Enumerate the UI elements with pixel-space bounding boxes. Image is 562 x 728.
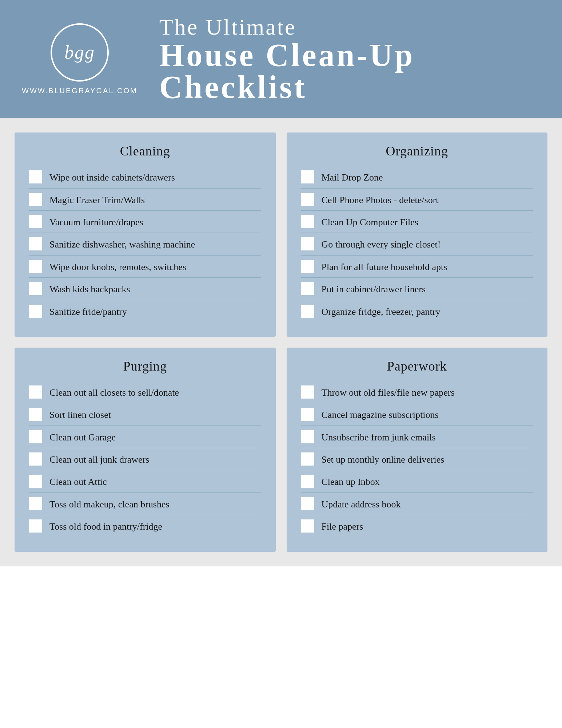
checklist-item: Clean out Attic — [29, 474, 261, 492]
section-title-cleaning: Cleaning — [29, 143, 261, 159]
checkbox[interactable] — [29, 282, 42, 295]
item-text: Clean Up Computer Files — [322, 214, 418, 229]
item-text: Cell Phone Photos - delete/sort — [322, 192, 439, 207]
header: bgg WWW.BLUEGRAYGAL.COM The Ultimate Hou… — [0, 0, 562, 118]
checkbox[interactable] — [301, 519, 314, 533]
item-text: Organize fridge, freezer, pantry — [322, 304, 441, 318]
checkbox[interactable] — [301, 385, 314, 399]
checkbox[interactable] — [301, 475, 314, 488]
checklist-item: Update address book — [301, 496, 533, 515]
logo-area: bgg WWW.BLUEGRAYGAL.COM — [22, 23, 137, 95]
item-text: Clean up Inbox — [322, 474, 380, 488]
header-title: The Ultimate House Clean-Up Checklist — [159, 15, 415, 103]
title-line2: House Clean-Up — [159, 39, 415, 71]
section-card-cleaning: CleaningWipe out inside cabinets/drawers… — [15, 132, 276, 337]
section-card-paperwork: PaperworkThrow out old files/file new pa… — [287, 348, 548, 552]
item-text: Set up monthly online deliveries — [322, 452, 445, 466]
checkbox[interactable] — [301, 170, 314, 183]
checkbox[interactable] — [301, 408, 314, 421]
section-card-purging: PurgingClean out all closets to sell/don… — [15, 348, 276, 552]
checklist-item: Wipe out inside cabinets/drawers — [29, 170, 261, 188]
checklist-item: Toss old makeup, clean brushes — [29, 496, 261, 515]
checklist-item: Set up monthly online deliveries — [301, 452, 533, 470]
checklist-item: Magic Eraser Trim/Walls — [29, 192, 261, 211]
checklist-item: Cell Phone Photos - delete/sort — [301, 192, 533, 211]
checkbox[interactable] — [29, 215, 42, 228]
checkbox[interactable] — [301, 193, 314, 206]
title-line3: Checklist — [159, 71, 415, 103]
checklist-item: Clean up Inbox — [301, 474, 533, 492]
checkbox[interactable] — [29, 385, 42, 399]
checklist-item: Mail Drop Zone — [301, 170, 533, 188]
checklist-item: Unsubscribe from junk emails — [301, 430, 533, 448]
checklist-item: File papers — [301, 519, 533, 537]
item-text: Throw out old files/file new papers — [322, 385, 455, 399]
checkbox[interactable] — [29, 260, 42, 273]
checkbox[interactable] — [29, 430, 42, 443]
checkbox[interactable] — [29, 497, 42, 510]
checkbox[interactable] — [301, 237, 314, 250]
item-text: Wipe door knobs, remotes, switches — [49, 259, 186, 274]
item-text: Clean out all junk drawers — [49, 452, 149, 466]
checkbox[interactable] — [301, 282, 314, 295]
item-text: Sort linen closet — [49, 407, 111, 422]
item-text: Sanitize dishwasher, washing machine — [49, 237, 195, 251]
item-text: Vacuum furniture/drapes — [49, 214, 143, 229]
item-text: Mail Drop Zone — [322, 170, 383, 184]
checklist-item: Plan for all future household apts — [301, 259, 533, 278]
item-text: Unsubscribe from junk emails — [322, 430, 436, 444]
main-content: CleaningWipe out inside cabinets/drawers… — [0, 118, 562, 566]
item-text: Update address book — [322, 496, 401, 511]
item-text: Toss old makeup, clean brushes — [49, 496, 170, 511]
item-text: Wipe out inside cabinets/drawers — [49, 170, 175, 184]
checkbox[interactable] — [29, 519, 42, 533]
checklist-item: Sanitize dishwasher, washing machine — [29, 237, 261, 255]
checklist-item: Organize fridge, freezer, pantry — [301, 304, 533, 322]
logo-text: bgg — [64, 43, 95, 62]
checklist-item: Clean Up Computer Files — [301, 214, 533, 233]
logo-url: WWW.BLUEGRAYGAL.COM — [22, 87, 137, 95]
section-card-organizing: OrganizingMail Drop ZoneCell Phone Photo… — [287, 132, 548, 337]
item-text: Clean out Garage — [49, 430, 116, 444]
item-text: Clean out all closets to sell/donate — [49, 385, 179, 399]
checkbox[interactable] — [29, 305, 42, 318]
checklist-item: Clean out all junk drawers — [29, 452, 261, 470]
checkbox[interactable] — [29, 193, 42, 206]
checkbox[interactable] — [29, 475, 42, 488]
section-title-purging: Purging — [29, 359, 261, 374]
checkbox[interactable] — [29, 408, 42, 421]
section-title-paperwork: Paperwork — [301, 359, 533, 374]
item-text: Put in cabinet/drawer liners — [322, 281, 426, 296]
section-title-organizing: Organizing — [301, 143, 533, 159]
checkbox[interactable] — [301, 260, 314, 273]
checklist-item: Vacuum furniture/drapes — [29, 214, 261, 233]
checklist-item: Clean out all closets to sell/donate — [29, 385, 261, 403]
item-text: File papers — [322, 519, 363, 533]
checklist-item: Throw out old files/file new papers — [301, 385, 533, 403]
checkbox[interactable] — [301, 215, 314, 228]
checklist-item: Wash kids backpacks — [29, 281, 261, 300]
checkbox[interactable] — [29, 452, 42, 466]
checkbox[interactable] — [301, 430, 314, 443]
checkbox[interactable] — [301, 497, 314, 510]
checkbox[interactable] — [301, 305, 314, 318]
checklist-item: Toss old food in pantry/fridge — [29, 519, 261, 537]
checklist-item: Sort linen closet — [29, 407, 261, 426]
item-text: Wash kids backpacks — [49, 281, 130, 296]
item-text: Magic Eraser Trim/Walls — [49, 192, 145, 207]
checkbox[interactable] — [29, 170, 42, 183]
item-text: Clean out Attic — [49, 474, 107, 488]
item-text: Toss old food in pantry/fridge — [49, 519, 162, 533]
checklist-item: Sanitize fride/pantry — [29, 304, 261, 322]
checkbox[interactable] — [29, 237, 42, 250]
checkbox[interactable] — [301, 452, 314, 466]
item-text: Plan for all future household apts — [322, 259, 447, 274]
checklist-item: Wipe door knobs, remotes, switches — [29, 259, 261, 278]
checklist-item: Clean out Garage — [29, 430, 261, 448]
sections-grid: CleaningWipe out inside cabinets/drawers… — [15, 132, 547, 551]
item-text: Cancel magazine subscriptions — [322, 407, 439, 422]
title-line1: The Ultimate — [159, 15, 415, 39]
item-text: Go through every single closet! — [322, 237, 441, 251]
item-text: Sanitize fride/pantry — [49, 304, 127, 318]
checklist-item: Cancel magazine subscriptions — [301, 407, 533, 426]
